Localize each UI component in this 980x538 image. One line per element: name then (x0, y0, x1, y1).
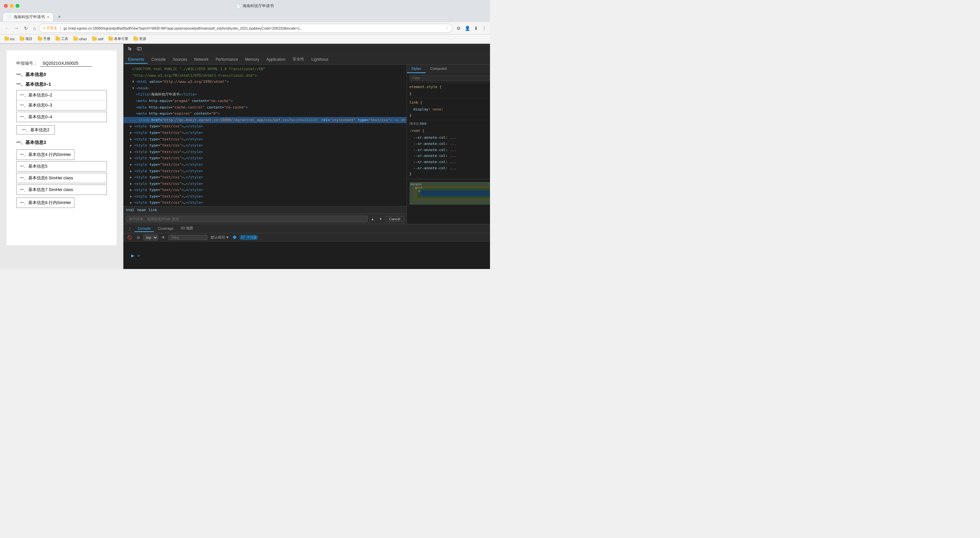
section-0-3: 一、基本信息0–3 (17, 101, 107, 110)
html-line-style-13[interactable]: ▶ <style type="text/css">…</style> (123, 200, 407, 206)
html-line-title[interactable]: <title>海南科技厅申请书</title> (123, 91, 407, 98)
style-rule-element: element.style { } (407, 83, 490, 99)
bookmark-tools[interactable]: 工具 (54, 36, 70, 42)
console-filter-input[interactable] (169, 235, 207, 240)
extensions-button[interactable]: ⚙ (456, 25, 462, 32)
html-line-html[interactable]: ▼ <html xmlns="http://www.w3.org/1999/xh… (123, 78, 407, 85)
console-filter-toggle[interactable]: ⊘ (135, 235, 141, 240)
tab-memory[interactable]: Memory (242, 56, 262, 64)
prompt-indicator: > (137, 254, 140, 258)
new-tab-button[interactable]: + (55, 13, 64, 21)
section-0-1: 一、基本信息0–1 (16, 81, 107, 88)
section-0: 一、基本信息0 (16, 72, 107, 78)
forward-button[interactable]: → (12, 24, 21, 32)
close-button[interactable] (4, 4, 8, 8)
html-line-style-1[interactable]: ▶ <style type="text/css">…</style> (123, 123, 407, 129)
console-eye-button[interactable]: 👁 (160, 235, 167, 240)
bookmark-label: 手册 (43, 37, 50, 41)
console-more-button[interactable]: ⋮ (126, 225, 134, 232)
maximize-button[interactable] (16, 4, 19, 8)
console-tab-main[interactable]: Console (134, 225, 154, 232)
reload-button[interactable]: ↻ (22, 24, 30, 32)
console-context-dropdown[interactable]: top (143, 235, 158, 240)
search-prev-button[interactable]: ▲ (369, 216, 376, 222)
xpath-search-input[interactable] (126, 216, 368, 222)
star-icon[interactable]: ☆ (445, 26, 449, 30)
cursor-tool-button[interactable] (126, 45, 134, 53)
minimize-button[interactable] (10, 4, 14, 8)
html-line-style-11[interactable]: ▶ <style type="text/css">…</style> (123, 187, 407, 193)
bookmark-other[interactable]: other (72, 37, 89, 42)
html-line-style-8[interactable]: ▶ <style type="text/css">…</style> (123, 168, 407, 174)
html-line-doctype2[interactable]: "http://www.w3.org/TR/xhtml1/DTD/xhtml1-… (123, 72, 407, 79)
console-tabs: ⋮ Console Coverage 3D 视图 (123, 224, 490, 233)
home-button[interactable]: ⌂ (31, 24, 38, 32)
inherits-html-link[interactable]: html (420, 122, 426, 125)
nav-bar: ← → ↻ ⌂ ⚠ 不安全 | gc.hnkjt.egrant.cn:18080… (0, 22, 490, 34)
console-tab-3d[interactable]: 3D 视图 (177, 225, 196, 232)
border-box: bord p (414, 186, 490, 201)
box-model-section: margin bord p (407, 179, 490, 207)
styles-filter (407, 73, 490, 83)
bookmark-self[interactable]: self (90, 37, 105, 42)
console-tab-coverage[interactable]: Coverage (154, 225, 177, 232)
tab-styles[interactable]: Styles (407, 65, 426, 73)
console-repl-input[interactable] (142, 254, 490, 258)
tab-computed[interactable]: Computed (426, 65, 451, 73)
html-line-style-9[interactable]: ▶ <style type="text/css">…</style> (123, 174, 407, 180)
tab-console[interactable]: Console (148, 56, 169, 64)
tab-close-icon[interactable]: ✕ (47, 15, 49, 19)
issues-count[interactable]: 27 个问题 (239, 235, 258, 240)
html-line-style-5[interactable]: ▶ <style type="text/css">…</style> (123, 149, 407, 155)
html-line-style-4[interactable]: ▶ <style type="text/css">…</style> (123, 142, 407, 149)
app-number-row: 申报编号： SQ2021GXJS0025 (16, 60, 107, 67)
url-text[interactable]: gc.hnkjt.egrant.cn:18080/egrantpdf/pdf/p… (64, 26, 303, 30)
back-button[interactable]: ← (3, 24, 11, 32)
address-bar: ⚠ 不安全 | gc.hnkjt.egrant.cn:18080/egrantp… (39, 24, 452, 33)
style-rules-container: element.style { } link { display: none; … (407, 83, 490, 224)
html-line-meta2[interactable]: <meta http-equiv="cache-control" content… (123, 104, 407, 111)
breadcrumb-link[interactable]: link (148, 208, 157, 212)
bookmark-form-engine[interactable]: 表单引擎 (107, 36, 130, 42)
tab-application[interactable]: Application (263, 56, 289, 64)
tab-network[interactable]: Network (191, 56, 212, 64)
html-line-style-7[interactable]: ▶ <style type="text/css">…</style> (123, 161, 407, 168)
bookmark-resources[interactable]: 资源 (132, 36, 148, 42)
search-cancel-button[interactable]: Cancel (386, 216, 404, 222)
bookmark-iris[interactable]: iris (3, 37, 17, 42)
html-line-style-10[interactable]: ▶ <style type="text/css">…</style> (123, 180, 407, 187)
styles-filter-input[interactable] (409, 75, 490, 81)
bookmark-project[interactable]: 项目 (18, 36, 34, 42)
html-line-link[interactable]: ... <link href="http://gc.hnkjt.egrant.c… (123, 117, 407, 123)
html-line-head[interactable]: ▼ <head> (123, 85, 407, 92)
html-line-style-12[interactable]: ▶ <style type="text/css">…</style> (123, 193, 407, 200)
active-tab[interactable]: 📄 海南科技厅申请书 ✕ (3, 12, 54, 21)
console-clear-button[interactable]: 🚫 (126, 235, 134, 240)
profile-button[interactable]: 👤 (464, 25, 471, 32)
tab-security[interactable]: 安全性 (290, 55, 307, 64)
console-play-button[interactable]: ▶ (130, 253, 135, 259)
tab-lighthouse[interactable]: Lighthous (308, 56, 331, 64)
breadcrumb-html[interactable]: html (126, 208, 135, 212)
box-select-button[interactable] (135, 45, 143, 53)
menu-button[interactable]: ⋮ (481, 25, 487, 32)
breadcrumb-bar: html head link (123, 206, 407, 214)
html-line-doctype[interactable]: <!DOCTYPE html PUBLIC "-//W3C//DTD XHTML… (123, 66, 407, 72)
html-line-meta3[interactable]: <meta http-equiv="expires" content="0"> (123, 110, 407, 117)
download-button[interactable]: ⬇ (473, 25, 479, 32)
html-line-style-3[interactable]: ▶ <style type="text/css">…</style> (123, 136, 407, 143)
search-next-button[interactable]: ▼ (378, 216, 384, 222)
breadcrumb-head[interactable]: head (137, 208, 146, 212)
bookmark-label: iris (10, 37, 14, 41)
html-line-style-6[interactable]: ▶ <style type="text/css">…</style> (123, 155, 407, 161)
title-bar: 📄 海南科技厅申请书 (0, 0, 490, 12)
bookmark-manual[interactable]: 手册 (36, 36, 52, 42)
html-line-meta1[interactable]: <meta http-equiv="pragma" content="no-ca… (123, 98, 407, 104)
html-line-style-2[interactable]: ▶ <style type="text/css">…</style> (123, 129, 407, 136)
tab-elements[interactable]: Elements (125, 56, 148, 64)
elements-panel: <!DOCTYPE html PUBLIC "-//W3C//DTD XHTML… (123, 65, 407, 206)
devtools-toolbar: ⋮ (123, 44, 490, 55)
margin-label: margin (411, 183, 422, 186)
tab-performance[interactable]: Performance (212, 56, 241, 64)
tab-sources[interactable]: Sources (170, 56, 190, 64)
